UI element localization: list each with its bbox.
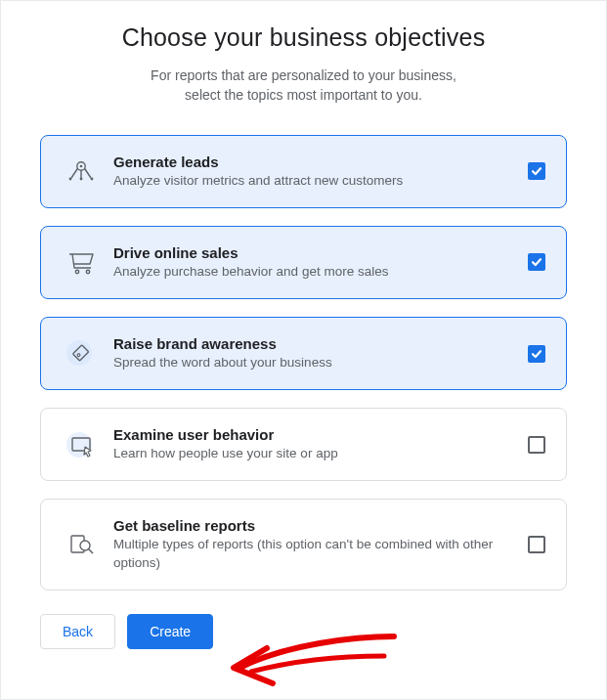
- svg-line-3: [71, 169, 77, 179]
- magnifier-icon: [59, 527, 104, 562]
- behavior-icon: [59, 427, 104, 462]
- option-title: Generate leads: [113, 153, 513, 170]
- option-get-baseline-reports[interactable]: Get baseline reports Multiple types of r…: [40, 499, 567, 590]
- option-checkbox[interactable]: [528, 345, 545, 363]
- option-checkbox[interactable]: [528, 162, 545, 180]
- option-text: Drive online sales Analyze purchase beha…: [104, 244, 523, 281]
- option-description: Multiple types of reports (this option c…: [113, 536, 513, 571]
- tag-icon: [59, 336, 104, 372]
- options-list: Generate leads Analyze visitor metrics a…: [1, 135, 606, 591]
- subtitle-line-2: select the topics most important to you.: [185, 87, 422, 103]
- option-title: Examine user behavior: [113, 426, 513, 443]
- option-title: Raise brand awareness: [113, 335, 513, 352]
- option-checkbox[interactable]: [528, 253, 545, 271]
- option-description: Learn how people use your site or app: [113, 445, 513, 462]
- option-description: Analyze purchase behavior and get more s…: [113, 263, 513, 281]
- svg-point-6: [69, 178, 72, 181]
- option-description: Analyze visitor metrics and attract new …: [113, 172, 513, 190]
- svg-point-8: [75, 271, 78, 274]
- svg-point-7: [91, 178, 94, 181]
- svg-point-1: [80, 165, 83, 168]
- svg-line-17: [89, 549, 94, 554]
- option-text: Examine user behavior Learn how people u…: [104, 426, 523, 462]
- option-checkbox[interactable]: [528, 436, 545, 454]
- back-button[interactable]: Back: [40, 614, 115, 649]
- page-title: Choose your business objectives: [1, 23, 606, 52]
- option-checkbox[interactable]: [528, 536, 545, 553]
- svg-point-5: [80, 178, 83, 181]
- objectives-dialog: Choose your business objectives For repo…: [0, 0, 607, 700]
- option-description: Spread the word about your business: [113, 354, 513, 372]
- option-examine-user-behavior[interactable]: Examine user behavior Learn how people u…: [40, 408, 567, 481]
- create-button[interactable]: Create: [127, 614, 213, 649]
- option-title: Get baseline reports: [113, 517, 513, 534]
- page-subtitle: For reports that are personalized to you…: [94, 66, 514, 106]
- option-drive-online-sales[interactable]: Drive online sales Analyze purchase beha…: [40, 226, 567, 299]
- option-generate-leads[interactable]: Generate leads Analyze visitor metrics a…: [40, 135, 567, 208]
- svg-line-4: [85, 169, 91, 179]
- option-text: Raise brand awareness Spread the word ab…: [104, 335, 523, 372]
- leads-icon: [59, 153, 104, 189]
- option-text: Get baseline reports Multiple types of r…: [104, 517, 523, 571]
- option-text: Generate leads Analyze visitor metrics a…: [104, 153, 523, 190]
- button-row: Back Create: [1, 608, 606, 649]
- option-raise-brand-awareness[interactable]: Raise brand awareness Spread the word ab…: [40, 317, 567, 390]
- option-title: Drive online sales: [113, 244, 513, 261]
- cart-icon: [59, 244, 104, 280]
- subtitle-line-1: For reports that are personalized to you…: [151, 67, 456, 83]
- svg-point-9: [86, 271, 89, 274]
